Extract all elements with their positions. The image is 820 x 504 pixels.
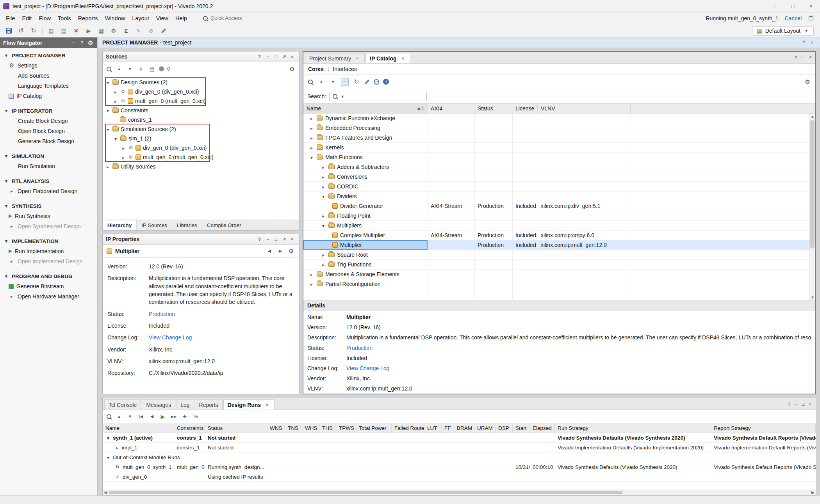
- chevron-right-icon[interactable]: [121, 154, 126, 160]
- float-icon[interactable]: [272, 236, 280, 243]
- catalog-row[interactable]: Adders & Subtracters: [303, 162, 815, 172]
- edit-button[interactable]: [133, 25, 144, 36]
- tree-row-div-gen-0[interactable]: ⚙div_gen_0 (div_gen_0.xci): [103, 87, 299, 96]
- help-icon[interactable]: [256, 53, 263, 60]
- tree-row-sim-mult-gen-0[interactable]: ⚙mult_gen_0 (mult_gen_0.xci): [103, 153, 299, 162]
- customize-icon[interactable]: [365, 79, 370, 84]
- menu-layout[interactable]: Layout: [128, 14, 153, 23]
- back-icon[interactable]: [266, 247, 273, 255]
- catalog-row[interactable]: Floating Point: [303, 211, 815, 221]
- fn-item-run-simulation[interactable]: Run Simulation: [0, 161, 97, 171]
- column-ths[interactable]: THS: [319, 423, 336, 433]
- info-icon[interactable]: [383, 79, 389, 85]
- step-back-icon[interactable]: [148, 413, 156, 421]
- catalog-row[interactable]: Embedded Processing: [303, 123, 815, 133]
- menu-edit[interactable]: Edit: [18, 14, 35, 23]
- chevron-down-icon[interactable]: [105, 435, 111, 441]
- column-whs[interactable]: WHS: [302, 423, 319, 433]
- group-by-icon[interactable]: [341, 78, 349, 86]
- run-button[interactable]: [83, 25, 94, 36]
- chevron-down-icon[interactable]: [105, 454, 111, 460]
- column-lut[interactable]: LUT: [424, 423, 442, 433]
- catalog-search-input[interactable]: [347, 94, 424, 99]
- catalog-row-multipliers[interactable]: Multipliers: [303, 221, 815, 231]
- catalog-row[interactable]: FPGA Features and Design: [303, 133, 815, 143]
- chevron-right-icon[interactable]: [321, 183, 326, 190]
- minimize-icon[interactable]: [264, 53, 271, 60]
- column-tpws[interactable]: TPWS: [336, 423, 356, 433]
- tab-tcl-console[interactable]: Tcl Console: [104, 399, 141, 410]
- tree-row-utility-sources[interactable]: Utility Sources: [103, 162, 299, 171]
- fn-item-generate-block-design[interactable]: Generate Block Design: [0, 136, 97, 146]
- scroll-up-icon[interactable]: [810, 114, 815, 119]
- tree-row-sim-1[interactable]: sim_1 (2): [103, 134, 299, 143]
- fn-item-run-implementation[interactable]: Run Implementation: [0, 246, 97, 256]
- save-button[interactable]: [3, 25, 14, 36]
- chevron-down-icon[interactable]: [105, 107, 111, 114]
- search-icon[interactable]: [106, 413, 112, 420]
- gear-icon[interactable]: [804, 78, 811, 86]
- collapse-all-icon[interactable]: [115, 65, 123, 73]
- tab-ip-sources[interactable]: IP Sources: [137, 220, 172, 230]
- chevron-right-icon[interactable]: [309, 271, 314, 277]
- redo-button[interactable]: [28, 25, 39, 36]
- chevron-right-icon[interactable]: [309, 115, 314, 121]
- quick-access-search[interactable]: [201, 15, 263, 22]
- chevron-right-icon[interactable]: [309, 125, 314, 131]
- column-license[interactable]: License: [512, 104, 538, 113]
- close-tab-icon[interactable]: [400, 55, 406, 62]
- undo-button[interactable]: [16, 25, 27, 36]
- catalog-row-math-functions[interactable]: Math Functions: [303, 153, 815, 162]
- run-row-synth-1[interactable]: synth_1 (active) constrs_1 Not started V…: [103, 433, 816, 443]
- run-row-impl-1[interactable]: impl_1 constrs_1 Not started Vivado Impl…: [103, 443, 816, 453]
- layout-selector[interactable]: Default Layout: [752, 26, 814, 35]
- fn-item-ip-catalog[interactable]: IP Catalog: [0, 91, 97, 101]
- column-dsp[interactable]: DSP: [496, 423, 513, 433]
- subtab-cores[interactable]: Cores: [308, 66, 324, 72]
- column-constraints[interactable]: Constraints: [174, 423, 205, 433]
- column-elapsed[interactable]: Elapsed: [530, 423, 555, 433]
- report-button[interactable]: [121, 25, 132, 36]
- chevron-right-icon[interactable]: [321, 261, 326, 268]
- catalog-row-divider-generator[interactable]: Divider GeneratorAXI4-StreamProductionIn…: [303, 201, 815, 211]
- close-button[interactable]: [802, 0, 820, 12]
- expand-all-icon[interactable]: [126, 65, 134, 73]
- close-icon[interactable]: [809, 39, 815, 46]
- chevron-down-icon[interactable]: [105, 126, 111, 132]
- tree-row-constraints[interactable]: Constraints: [103, 106, 299, 115]
- chevron-right-icon[interactable]: [321, 164, 326, 170]
- forward-icon[interactable]: [276, 247, 284, 255]
- chevron-down-icon[interactable]: [113, 135, 118, 142]
- catalog-row[interactable]: Trig Functions: [303, 260, 815, 270]
- tree-row-constrs-1[interactable]: constrs_1: [103, 115, 299, 124]
- catalog-row-multiplier-selected[interactable]: MultiplierProductionIncludedxilinx.com:i…: [303, 240, 815, 250]
- fn-section-synthesis[interactable]: SYNTHESIS: [0, 201, 97, 211]
- float-icon[interactable]: [800, 401, 806, 407]
- run-icon[interactable]: [159, 413, 167, 421]
- menu-window[interactable]: Window: [102, 14, 129, 23]
- scroll-down-icon[interactable]: [810, 295, 815, 300]
- catalog-row[interactable]: Partial Reconfiguration: [303, 279, 815, 289]
- step-first-icon[interactable]: [137, 413, 145, 421]
- maximize-icon[interactable]: [807, 55, 813, 61]
- board-button[interactable]: [96, 25, 107, 36]
- chevron-right-icon[interactable]: [309, 281, 314, 287]
- chevron-right-icon[interactable]: [321, 213, 326, 219]
- fn-section-rtl-analysis[interactable]: RTL ANALYSIS: [0, 176, 97, 186]
- minimize-icon[interactable]: [264, 236, 271, 243]
- catalog-row-dividers[interactable]: Dividers: [303, 192, 815, 201]
- column-total-power[interactable]: Total Power: [356, 423, 392, 433]
- tab-compile-order[interactable]: Compile Order: [202, 220, 246, 230]
- fn-item-create-block-design[interactable]: Create Block Design: [0, 116, 97, 126]
- tab-log[interactable]: Log: [176, 399, 194, 410]
- column-run-strategy[interactable]: Run Strategy: [555, 423, 711, 433]
- scrollbar-thumb[interactable]: [109, 491, 622, 494]
- column-uram[interactable]: URAM: [474, 423, 496, 433]
- menu-tools[interactable]: Tools: [54, 14, 75, 23]
- tab-messages[interactable]: Messages: [142, 399, 175, 410]
- web-icon[interactable]: [374, 79, 379, 85]
- float-icon[interactable]: [800, 55, 806, 61]
- help-icon[interactable]: [256, 236, 263, 243]
- menu-icon[interactable]: [70, 39, 77, 46]
- help-icon[interactable]: [793, 55, 799, 61]
